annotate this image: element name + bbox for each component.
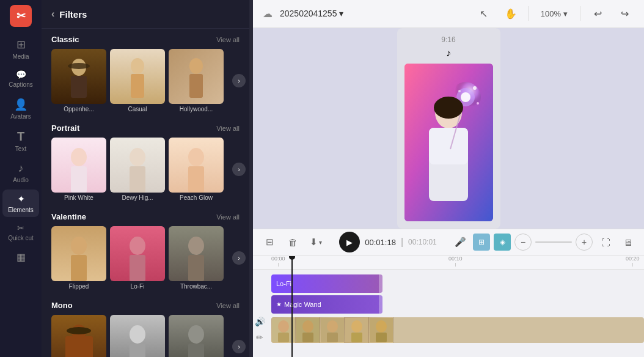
undo-button[interactable]: ↩ [588, 4, 607, 23]
monitor-icon: 🖥 [623, 237, 632, 248]
back-button[interactable]: ‹ [51, 9, 54, 20]
filter-hollywood[interactable]: Hollywood... [169, 49, 224, 112]
svg-point-7 [71, 148, 87, 166]
lofi-label: Lo-Fi [110, 283, 165, 290]
play-button[interactable]: ▶ [339, 232, 360, 252]
timeline-right-controls: 🎤 ⊞ ◈ − + ⛶ 🖥 [451, 233, 637, 251]
zoom-slider[interactable] [535, 241, 572, 243]
lofi-clip-handle[interactable] [379, 274, 382, 293]
filters-panel: ‹ Filters Classic View all Oppenhe... [42, 0, 249, 357]
redo-button[interactable]: ↪ [615, 4, 634, 23]
hand-tool-button[interactable]: ✋ [501, 4, 521, 23]
expand-button[interactable]: ⊞ [473, 234, 490, 251]
project-name-display[interactable]: 202502041255 ▾ [280, 9, 343, 18]
valentine-nav-next[interactable]: › [232, 251, 246, 265]
classic-nav-next[interactable]: › [232, 74, 246, 87]
download-dropdown: ▾ [319, 239, 322, 246]
filter-flipped[interactable]: Flipped [51, 226, 106, 290]
timeline-tracks: 00:00 00:10 00:20 [253, 256, 644, 357]
casual-label: Casual [110, 106, 165, 112]
time-separator: | [401, 237, 403, 248]
filter-throwback[interactable]: Throwbac... [169, 226, 224, 290]
fullscreen-button[interactable]: ⛶ [596, 233, 615, 251]
monitor-button[interactable]: 🖥 [618, 233, 637, 251]
portrait-view-all[interactable]: View all [216, 125, 240, 132]
filter-casablanca[interactable]: Casablanca [110, 315, 165, 357]
throwback-thumb [169, 226, 224, 281]
video-track[interactable] [271, 317, 644, 343]
magic-wand-clip[interactable]: ★ Magic Wand [271, 295, 382, 314]
fullscreen-icon: ⛶ [601, 237, 610, 248]
peach-glow-label: Peach Glow [169, 194, 224, 201]
sidebar-item-elements[interactable]: ✦ Elements [2, 190, 39, 217]
sidebar-item-text[interactable]: T Text [2, 126, 39, 156]
svg-rect-18 [188, 255, 204, 281]
lofi-clip[interactable]: Lo-Fi [271, 274, 382, 293]
mic-icon: 🎤 [455, 237, 466, 248]
total-time-display: 00:10:01 [408, 238, 437, 246]
zoom-out-button[interactable]: − [514, 234, 532, 251]
app-logo[interactable]: ✂ [10, 5, 32, 27]
edit-icon: ✏ [256, 333, 263, 342]
svg-rect-19 [65, 336, 93, 357]
brown-thumb [169, 315, 224, 357]
playhead[interactable] [291, 256, 293, 357]
delete-button[interactable]: 🗑 [284, 233, 302, 251]
portrait-nav-next[interactable]: › [232, 163, 246, 176]
zoom-dropdown-icon: ▾ [563, 9, 568, 18]
lofi-clip-label: Lo-Fi [276, 280, 291, 287]
mono-nav-next[interactable]: › [232, 340, 246, 353]
volume-button[interactable]: 🔊 [253, 315, 266, 328]
video-frame-4 [345, 317, 369, 343]
svg-point-33 [473, 86, 477, 90]
cloud-icon: ☁ [263, 8, 273, 20]
filter-dewy-high[interactable]: Dewy Hig... [110, 138, 165, 201]
zoom-in-button[interactable]: + [576, 234, 593, 251]
svg-rect-52 [376, 333, 387, 342]
sidebar-item-avatars[interactable]: 👤 Avatars [2, 94, 39, 123]
sidebar-item-media[interactable]: ⊞ Media [2, 34, 39, 64]
cursor-tool-button[interactable]: ↖ [474, 4, 494, 23]
mono-view-all[interactable]: View all [216, 302, 240, 309]
svg-rect-29 [429, 128, 468, 164]
magic-wand-clip-handle[interactable] [379, 295, 382, 314]
svg-rect-8 [71, 166, 87, 193]
valentine-view-all[interactable]: View all [216, 213, 240, 221]
sidebar-item-template[interactable]: ▦ [2, 248, 39, 267]
svg-point-3 [131, 58, 144, 74]
portrait-title: Portrait [51, 123, 79, 133]
timeline-area: ⊟ 🗑 ⬇ ▾ ▶ 00:01:18 | 00:10:01 🎤 [253, 229, 644, 357]
filter-brown[interactable]: Brown [169, 315, 224, 357]
undo-icon: ↩ [594, 8, 602, 20]
highlight-button[interactable]: ◈ [494, 234, 511, 251]
captions-icon: 💬 [16, 70, 26, 79]
zoom-in-icon: + [582, 237, 587, 247]
sidebar-item-audio[interactable]: ♪ Audio [2, 158, 39, 187]
flipped-label: Flipped [51, 283, 106, 290]
split-button[interactable]: ⊟ [260, 233, 279, 251]
filter-section-portrait: Portrait View all Pink White Dewy Hig... [42, 117, 249, 206]
sidebar-item-captions[interactable]: 💬 Captions [2, 66, 39, 92]
cursor-icon: ↖ [480, 8, 488, 20]
filter-pink-white[interactable]: Pink White [51, 138, 106, 201]
filter-black-fore[interactable]: Black Fore... [51, 315, 106, 357]
edit-button[interactable]: ✏ [253, 331, 266, 344]
svg-point-5 [189, 58, 203, 74]
volume-icon: 🔊 [255, 317, 265, 326]
filter-oppenheimer[interactable]: Oppenhe... [51, 49, 106, 112]
avatars-icon: 👤 [14, 98, 27, 111]
zoom-control[interactable]: 100% ▾ [536, 7, 573, 21]
filter-casual[interactable]: Casual [110, 49, 165, 112]
sidebar-item-quickcut[interactable]: ✂ Quick cut [2, 219, 39, 245]
sidebar: ✂ ⊞ Media 💬 Captions 👤 Avatars T Text ♪ … [0, 0, 42, 357]
mono-title: Mono [51, 301, 73, 310]
filter-peach-glow[interactable]: Peach Glow [169, 138, 224, 201]
mic-button[interactable]: 🎤 [451, 233, 469, 251]
svg-rect-25 [188, 344, 204, 357]
audio-icon: ♪ [18, 162, 24, 175]
zoom-value: 100% [541, 9, 561, 18]
filter-lofi[interactable]: Lo-Fi [110, 226, 165, 290]
classic-view-all[interactable]: View all [216, 36, 240, 43]
download-button[interactable]: ⬇ ▾ [307, 233, 325, 251]
peach-glow-thumb [169, 138, 224, 193]
